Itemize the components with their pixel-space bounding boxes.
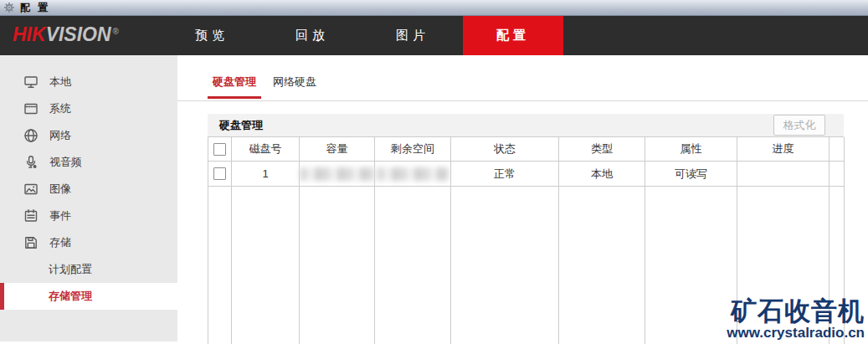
nav-tab-playback[interactable]: 回放 [262, 16, 362, 55]
empty-cell [300, 187, 375, 344]
tab-hdd-management[interactable]: 硬盘管理 [208, 67, 261, 99]
col-header-spacer [829, 137, 845, 162]
hikvision-logo: HIKVISION® [13, 23, 119, 46]
nav-tab-configuration[interactable]: 配置 [463, 16, 563, 55]
sidebar-item-label: 计划配置 [49, 262, 92, 277]
empty-cell [208, 187, 232, 344]
cell-capacity [300, 162, 375, 187]
globe-icon [23, 128, 39, 143]
select-all-cell [208, 137, 232, 162]
empty-cell [451, 187, 559, 344]
empty-cell [645, 187, 737, 344]
col-header-progress: 进度 [737, 137, 829, 162]
sidebar-item-label: 事件 [49, 208, 71, 223]
capacity-redacted-blur [300, 167, 374, 181]
row-select-cell [208, 162, 232, 187]
cell-property: 可读写 [645, 162, 737, 187]
nav-tab-preview[interactable]: 预览 [162, 16, 262, 55]
col-header-disk-no: 磁盘号 [232, 137, 300, 162]
hikvision-config-page: 配 置 HIKVISION® 预览 回放 图片 配置 本地 系统 [0, 0, 868, 344]
col-header-free-space: 剩余空间 [375, 137, 451, 162]
sidebar-item-label: 存储管理 [49, 289, 92, 304]
watermark: 矿石收音机 www.crystalradio.cn [727, 297, 865, 341]
cell-free-space [375, 162, 451, 187]
section-title: 硬盘管理 [219, 118, 263, 133]
cell-disk-no: 1 [232, 162, 300, 187]
sidebar-item-schedule-settings[interactable]: 计划配置 [0, 256, 177, 283]
sidebar-item-label: 视音频 [49, 155, 82, 170]
col-header-status: 状态 [451, 137, 559, 162]
event-calendar-icon [23, 208, 39, 223]
monitor-icon [23, 74, 39, 90]
free-space-redacted-blur [377, 167, 449, 181]
watermark-url: www.crystalradio.cn [727, 326, 865, 341]
sidebar-item-network[interactable]: 网络 [0, 122, 177, 149]
tab-net-hdd[interactable]: 网络硬盘 [268, 67, 321, 99]
app-header: HIKVISION® 预览 回放 图片 配置 [0, 16, 868, 55]
microphone-icon [23, 155, 39, 170]
empty-cell [232, 187, 300, 344]
sidebar-item-storage[interactable]: 存储 [0, 229, 177, 256]
sidebar-item-system[interactable]: 系统 [0, 95, 177, 122]
empty-cell [559, 187, 645, 344]
col-header-property: 属性 [645, 137, 737, 162]
sidebar-item-label: 存储 [49, 235, 71, 250]
gear-icon [3, 2, 15, 13]
window-title: 配 置 [20, 1, 50, 15]
content-tabs: 硬盘管理 网络硬盘 [208, 67, 321, 99]
select-all-checkbox[interactable] [213, 143, 226, 156]
sidebar: 本地 系统 网络 视音频 图像 [0, 55, 177, 341]
tabs-separator [177, 100, 868, 101]
sidebar-item-label: 系统 [49, 101, 71, 116]
sidebar-item-video-audio[interactable]: 视音频 [0, 149, 177, 176]
format-button[interactable]: 格式化 [773, 115, 825, 136]
storage-floppy-icon [23, 235, 39, 250]
sidebar-item-local[interactable]: 本地 [0, 69, 177, 95]
sidebar-item-event[interactable]: 事件 [0, 203, 177, 229]
window-titlebar: 配 置 [0, 0, 868, 16]
col-header-type: 类型 [559, 137, 645, 162]
watermark-title: 矿石收音机 [727, 297, 865, 325]
system-window-icon [23, 101, 39, 116]
image-icon [23, 182, 39, 197]
sidebar-item-image[interactable]: 图像 [0, 176, 177, 203]
sidebar-item-label: 本地 [49, 74, 71, 90]
cell-row-spacer [829, 162, 845, 187]
cell-progress [737, 162, 829, 187]
hdd-toolbar: 硬盘管理 格式化 [208, 114, 844, 136]
sidebar-item-label: 网络 [49, 128, 71, 143]
row-checkbox[interactable] [213, 167, 226, 180]
empty-cell [375, 187, 451, 344]
sidebar-item-label: 图像 [49, 182, 71, 197]
cell-status: 正常 [451, 162, 559, 187]
nav-tab-picture[interactable]: 图片 [362, 16, 463, 55]
cell-type: 本地 [559, 162, 645, 187]
col-header-capacity: 容量 [300, 137, 375, 162]
main-nav: 预览 回放 图片 配置 [162, 16, 563, 55]
sidebar-item-storage-management[interactable]: 存储管理 [0, 283, 177, 310]
